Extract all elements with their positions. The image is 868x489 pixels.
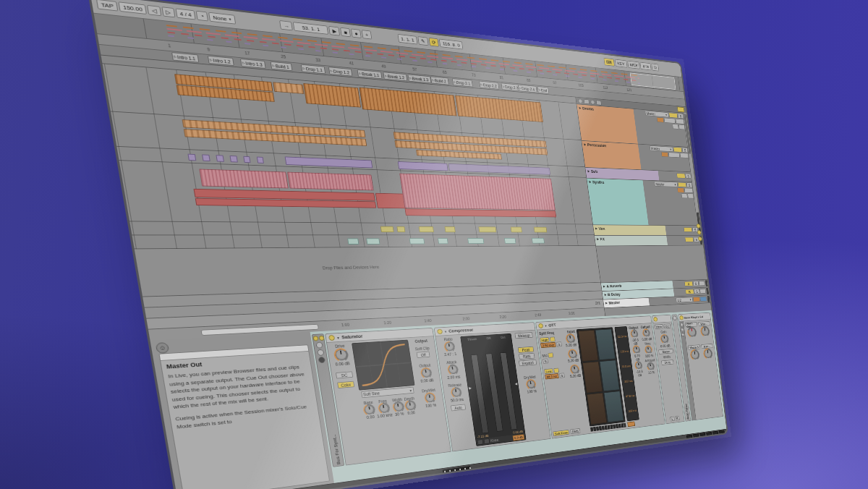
channel-mode-chooser[interactable]: Stereo xyxy=(658,349,673,354)
soft-clip-switch[interactable]: Off xyxy=(417,352,430,358)
pan-field[interactable] xyxy=(684,188,693,193)
clip[interactable] xyxy=(347,238,359,244)
locator[interactable]: ▷Build 1 xyxy=(271,61,293,71)
fold-icon[interactable]: ▶ xyxy=(587,169,590,173)
track-activator-button[interactable] xyxy=(678,182,686,187)
computer-midi-keyboard-icon[interactable]: ⌨ xyxy=(603,58,614,67)
locator[interactable]: ▷Drop 2.2 xyxy=(479,81,499,90)
clip[interactable] xyxy=(303,83,361,107)
clip[interactable] xyxy=(532,238,545,244)
threshold-handle[interactable]: ▶ xyxy=(469,386,472,390)
device-activator-button[interactable] xyxy=(679,315,684,320)
locator[interactable]: ▷Break 1.3 xyxy=(407,74,431,83)
clip[interactable] xyxy=(229,156,237,162)
synths-track-header[interactable]: ▶ Synths Master▼ S xyxy=(587,179,700,226)
color-button[interactable]: Color xyxy=(337,381,354,388)
io-icon[interactable] xyxy=(315,342,323,349)
macro-knob[interactable] xyxy=(691,350,699,360)
send-field[interactable] xyxy=(699,289,706,294)
band-solo-button[interactable]: S xyxy=(556,341,562,346)
fold-icon[interactable]: ▶ xyxy=(605,301,608,304)
cue-out-chooser[interactable]: 1/2▼ xyxy=(676,297,693,303)
high-input-knob[interactable] xyxy=(566,334,575,343)
vox-lane[interactable] xyxy=(129,221,594,235)
band-cell[interactable] xyxy=(604,391,624,422)
sidechain-icon[interactable] xyxy=(477,439,484,445)
low-output-knob[interactable] xyxy=(635,362,642,369)
dc-button[interactable]: DC xyxy=(664,323,671,328)
track-name[interactable]: ▶ Master xyxy=(603,298,650,308)
dc-button[interactable]: DC xyxy=(336,371,353,378)
fold-icon[interactable]: ▶ xyxy=(589,180,591,184)
info-view-icon[interactable]: ☺ xyxy=(156,342,170,354)
band-solo-button[interactable]: S xyxy=(542,359,548,364)
fold-icon[interactable]: ▶ xyxy=(584,143,586,146)
clip[interactable] xyxy=(257,157,265,163)
clip[interactable] xyxy=(273,82,304,94)
device-activator-button[interactable] xyxy=(538,323,543,328)
drywet-knob[interactable] xyxy=(527,380,535,388)
play-button[interactable]: ▶ xyxy=(328,26,340,36)
clip[interactable] xyxy=(216,155,224,162)
vox-track-header[interactable]: ▶ Vox S xyxy=(593,225,702,236)
ratio-knob[interactable] xyxy=(444,342,454,352)
track-activator-button[interactable] xyxy=(673,147,683,153)
clip[interactable] xyxy=(478,226,496,232)
band-activator-button[interactable] xyxy=(550,336,556,341)
waveshaper-display[interactable] xyxy=(352,340,414,391)
volume-field[interactable] xyxy=(677,187,684,192)
clip[interactable] xyxy=(202,154,210,161)
loop-switch[interactable]: ⟳ xyxy=(428,38,439,47)
cue-button[interactable] xyxy=(700,297,707,302)
macro-knob[interactable] xyxy=(701,327,710,336)
return-activator-button[interactable]: A xyxy=(684,281,693,286)
send-a-field[interactable] xyxy=(681,193,688,198)
clip[interactable] xyxy=(287,172,374,191)
rms-button[interactable]: RMS xyxy=(570,428,580,434)
clip[interactable] xyxy=(455,95,543,122)
volume-field[interactable] xyxy=(661,152,668,158)
threshold-handle[interactable]: ◀ xyxy=(514,382,517,386)
fold-icon[interactable]: ▶ xyxy=(604,293,606,296)
track-activator-button[interactable] xyxy=(668,113,678,119)
band-solo-button[interactable]: S xyxy=(559,373,565,378)
low-split-freq-field[interactable]: 88.3 Hz xyxy=(545,373,558,379)
arrangement-position-field[interactable]: 53. 1. 1 xyxy=(293,22,328,35)
record-button[interactable]: ● xyxy=(351,28,362,38)
key-map-button[interactable]: KEY xyxy=(614,59,627,68)
device-activator-button[interactable] xyxy=(328,335,335,341)
locator[interactable]: ▷Build 2 xyxy=(430,76,449,85)
drive-knob[interactable] xyxy=(335,349,348,360)
output-routing-chooser[interactable]: Master▼ xyxy=(650,145,673,152)
output-knob[interactable] xyxy=(421,368,431,378)
base-knob[interactable] xyxy=(364,405,375,415)
band-activator-button[interactable] xyxy=(553,368,559,373)
quantize-menu[interactable]: None▼ xyxy=(208,12,236,25)
band-activator-button[interactable] xyxy=(548,352,554,357)
gain-field[interactable] xyxy=(676,119,684,124)
io-icon[interactable] xyxy=(317,349,324,356)
nudge-up-button[interactable]: ▷ xyxy=(161,7,175,17)
clip[interactable] xyxy=(380,226,394,232)
phase-right-button[interactable]: R xyxy=(675,416,680,421)
clip[interactable] xyxy=(419,226,434,232)
output-routing-chooser[interactable]: Master▼ xyxy=(654,182,678,187)
stop-button[interactable]: ■ xyxy=(340,27,351,38)
attack-knob[interactable] xyxy=(448,365,457,375)
volume-field[interactable] xyxy=(657,117,664,123)
band-cell[interactable] xyxy=(600,360,619,392)
send-field[interactable] xyxy=(699,281,705,286)
device-activator-button[interactable] xyxy=(653,317,658,322)
back-to-arrangement-button[interactable] xyxy=(677,107,684,113)
arrangement-grid[interactable]: Drop Files and Devices Here 2/1 0:00 0:2… xyxy=(101,56,605,341)
mid-input-knob[interactable] xyxy=(569,350,577,359)
knee-field[interactable]: 6.0 dB xyxy=(512,434,524,441)
width-knob[interactable] xyxy=(393,402,404,412)
listen-icon[interactable] xyxy=(484,438,490,444)
follow-button[interactable]: → xyxy=(279,20,293,30)
locator[interactable]: ▷Break 1.2 xyxy=(383,72,407,81)
solo-button[interactable]: S xyxy=(693,281,699,286)
midi-map-button[interactable]: MIDI xyxy=(627,61,640,69)
track-name[interactable]: ▶ Synths xyxy=(587,179,648,225)
clip[interactable] xyxy=(396,226,405,232)
